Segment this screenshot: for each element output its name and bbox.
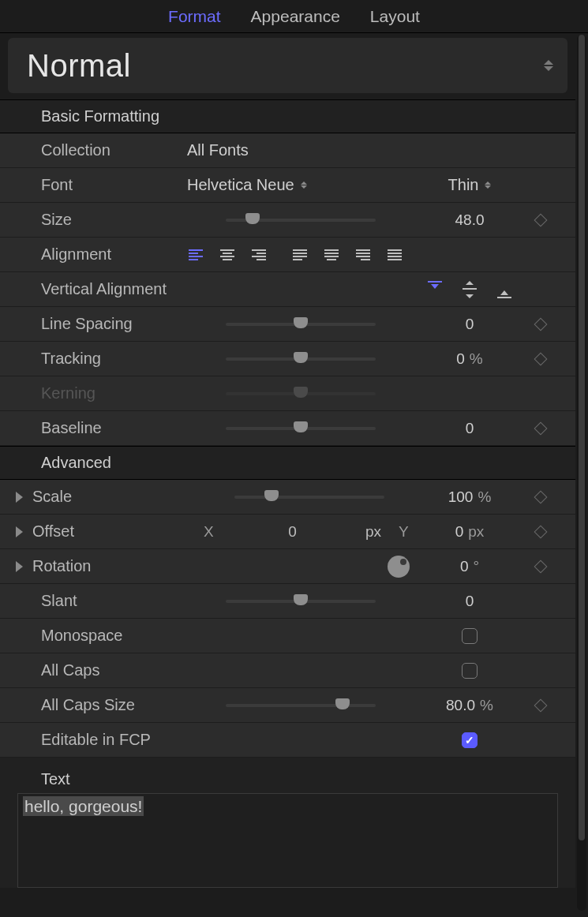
- inspector-tabs: Format Appearance Layout: [0, 0, 588, 33]
- all-caps-size-slider[interactable]: [226, 698, 376, 713]
- editable-fcp-checkbox[interactable]: [462, 732, 478, 748]
- text-field[interactable]: hello, gorgeous!: [17, 793, 558, 888]
- label-editable-fcp: Editable in FCP: [41, 731, 230, 749]
- size-slider[interactable]: [226, 212, 376, 228]
- rotation-unit: °: [473, 558, 479, 575]
- font-typeface-popup[interactable]: Thin: [448, 176, 492, 194]
- all-caps-size-unit: %: [480, 697, 493, 714]
- slant-value[interactable]: 0: [466, 593, 474, 610]
- keyframe-icon[interactable]: [534, 490, 548, 503]
- label-line-spacing: Line Spacing: [41, 315, 187, 333]
- row-font: Font Helvetica Neue Thin: [0, 168, 575, 203]
- stepper-icon: [544, 60, 553, 71]
- baseline-slider[interactable]: [226, 421, 376, 436]
- line-spacing-value[interactable]: 0: [466, 316, 474, 333]
- font-typeface-value: Thin: [448, 176, 479, 194]
- tab-layout[interactable]: Layout: [370, 7, 420, 26]
- label-valign: Vertical Alignment: [41, 280, 187, 298]
- label-all-caps: All Caps: [41, 661, 187, 679]
- line-spacing-slider[interactable]: [226, 316, 376, 332]
- label-collection: Collection: [41, 141, 187, 159]
- label-tracking: Tracking: [41, 350, 187, 368]
- collection-value: All Fonts: [187, 141, 249, 159]
- collection-popup[interactable]: All Fonts: [187, 141, 249, 159]
- offset-y-value[interactable]: 0: [455, 523, 464, 541]
- justify-left-icon[interactable]: [291, 248, 309, 262]
- keyframe-icon[interactable]: [534, 213, 548, 226]
- baseline-value[interactable]: 0: [466, 420, 474, 437]
- offset-x-label: X: [204, 523, 219, 541]
- label-monospace: Monospace: [41, 627, 187, 645]
- align-left-icon[interactable]: [187, 248, 204, 262]
- valign-bottom-icon[interactable]: [496, 281, 513, 298]
- align-center-icon[interactable]: [219, 248, 236, 262]
- disclosure-triangle-icon[interactable]: [16, 526, 23, 537]
- keyframe-icon[interactable]: [534, 698, 548, 712]
- keyframe-icon[interactable]: [534, 317, 548, 331]
- label-baseline: Baseline: [41, 419, 187, 437]
- offset-x-unit: px: [365, 523, 381, 541]
- label-scale: Scale: [32, 488, 204, 506]
- row-offset: Offset X 0 px Y 0px: [0, 515, 575, 549]
- keyframe-icon[interactable]: [534, 421, 548, 435]
- kerning-slider: [226, 386, 376, 402]
- row-tracking: Tracking 0%: [0, 342, 575, 376]
- scale-unit: %: [478, 488, 491, 506]
- row-slant: Slant 0: [0, 584, 575, 619]
- scale-value[interactable]: 100: [448, 488, 474, 506]
- justify-center-icon[interactable]: [323, 248, 340, 262]
- vertical-scrollbar[interactable]: [577, 35, 586, 911]
- justify-right-icon[interactable]: [354, 248, 372, 262]
- section-text: Text: [41, 762, 558, 793]
- row-kerning: Kerning: [0, 376, 575, 411]
- text-style-popup[interactable]: Normal: [8, 38, 567, 93]
- slant-slider[interactable]: [226, 593, 376, 609]
- row-scale: Scale 100%: [0, 480, 575, 515]
- valign-middle-icon[interactable]: [461, 281, 478, 298]
- label-alignment: Alignment: [41, 245, 187, 264]
- row-vertical-alignment: Vertical Alignment: [0, 272, 575, 307]
- tab-appearance[interactable]: Appearance: [251, 7, 340, 26]
- all-caps-size-value[interactable]: 80.0: [446, 697, 475, 714]
- tracking-slider[interactable]: [226, 351, 376, 367]
- row-editable-fcp: Editable in FCP: [0, 723, 575, 758]
- section-advanced: Advanced: [0, 446, 575, 480]
- row-all-caps: All Caps: [0, 653, 575, 688]
- rotation-dial[interactable]: [388, 556, 410, 578]
- row-alignment: Alignment: [0, 238, 575, 272]
- label-font: Font: [41, 176, 187, 194]
- keyframe-icon[interactable]: [534, 560, 548, 573]
- rotation-value[interactable]: 0: [460, 558, 469, 575]
- align-right-icon[interactable]: [250, 248, 268, 262]
- text-style-name: Normal: [27, 48, 131, 84]
- justify-full-icon[interactable]: [386, 248, 403, 262]
- label-slant: Slant: [41, 592, 187, 610]
- scale-slider[interactable]: [234, 489, 384, 505]
- label-all-caps-size: All Caps Size: [41, 696, 187, 714]
- row-all-caps-size: All Caps Size 80.0%: [0, 688, 575, 723]
- disclosure-triangle-icon[interactable]: [16, 561, 23, 572]
- chevron-updown-icon: [485, 182, 491, 189]
- label-rotation: Rotation: [32, 557, 204, 575]
- offset-x-value[interactable]: 0: [226, 523, 359, 541]
- row-collection: Collection All Fonts: [0, 133, 575, 168]
- size-value[interactable]: 48.0: [455, 211, 485, 229]
- disclosure-triangle-icon[interactable]: [16, 492, 23, 503]
- valign-top-icon[interactable]: [426, 281, 444, 298]
- row-monospace: Monospace: [0, 619, 575, 653]
- offset-y-unit: px: [468, 523, 484, 541]
- row-rotation: Rotation 0°: [0, 549, 575, 584]
- font-family-popup[interactable]: Helvetica Neue: [187, 176, 307, 194]
- label-size: Size: [41, 211, 187, 229]
- all-caps-checkbox[interactable]: [462, 663, 478, 679]
- tracking-unit: %: [470, 350, 483, 368]
- keyframe-icon[interactable]: [534, 352, 548, 365]
- monospace-checkbox[interactable]: [462, 628, 478, 644]
- tab-format[interactable]: Format: [168, 7, 221, 26]
- tracking-value[interactable]: 0: [456, 350, 465, 368]
- keyframe-icon[interactable]: [534, 525, 548, 538]
- section-basic-formatting: Basic Formatting: [0, 99, 575, 133]
- offset-y-label: Y: [399, 523, 414, 541]
- font-family-value: Helvetica Neue: [187, 176, 294, 194]
- row-line-spacing: Line Spacing 0: [0, 307, 575, 342]
